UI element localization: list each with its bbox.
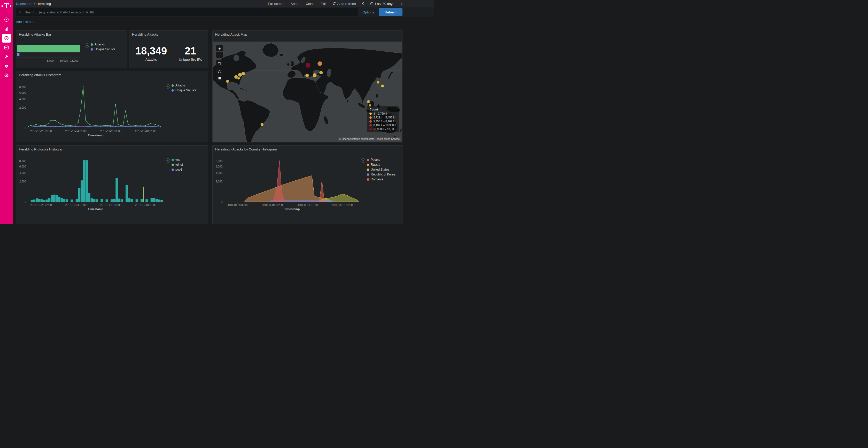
map-zoom-in-button[interactable]: + xyxy=(216,45,223,51)
legend-collapse-icon[interactable] xyxy=(165,84,170,89)
svg-text:2018-11-04 01:00: 2018-11-04 01:00 xyxy=(261,203,283,206)
sidebar-item-visualize[interactable] xyxy=(2,25,11,33)
hispaniola xyxy=(246,90,247,91)
panel-heralding-country-histogram: Heralding - Attacks by Country Histogram… xyxy=(212,145,402,224)
auto-refresh-button[interactable]: Auto-refresh xyxy=(333,2,356,6)
svg-text:6,000: 6,000 xyxy=(216,165,222,168)
legend-item[interactable]: Unique Src IPs xyxy=(91,47,115,51)
sidebar-item-monitoring[interactable] xyxy=(2,62,11,70)
nav-action-share[interactable]: Share xyxy=(291,2,300,6)
map-legend-color-dot xyxy=(369,120,372,123)
map-legend-row: 10,908.6 – 13,635 xyxy=(369,128,396,131)
svg-text:Timestamp: Timestamp xyxy=(88,207,103,211)
chart-legend: AttacksUnique Src IPs xyxy=(85,43,115,53)
legend-item[interactable]: Republic of Korea xyxy=(367,173,395,176)
time-next-button[interactable] xyxy=(400,2,402,5)
sidebar-item-timelion[interactable] xyxy=(2,43,11,52)
time-range-picker[interactable]: Last 30 days xyxy=(370,2,394,6)
metric-group: 18,349Attacks21Unique Src IPs xyxy=(129,45,208,61)
legend-item[interactable]: vnc xyxy=(172,158,183,162)
map-draw-rectangle-button[interactable] xyxy=(216,75,223,81)
protocols-histogram-chart[interactable]: 02,0004,0006,0008,0002018-10-28 02:00201… xyxy=(16,145,208,224)
svg-text:0: 0 xyxy=(25,127,26,130)
map-marker xyxy=(226,80,229,83)
svg-text:15,000: 15,000 xyxy=(70,59,79,62)
legend-color-dot xyxy=(367,178,369,181)
top-navbar: Dashboard / Heralding Full screenShareCl… xyxy=(13,0,434,7)
svg-text:2018-11-18 01:00: 2018-11-18 01:00 xyxy=(135,203,156,206)
map-fit-bounds-button[interactable] xyxy=(216,60,223,66)
svg-text:2018-11-04 01:00: 2018-11-04 01:00 xyxy=(65,203,86,206)
map-attribution: © OpenStreetMap contributors, Elastic Ma… xyxy=(338,137,401,141)
search-box: >_ xyxy=(16,8,358,16)
legend-item[interactable]: pop3 xyxy=(172,168,183,171)
svg-text:4,000: 4,000 xyxy=(20,98,26,101)
legend-color-dot xyxy=(172,89,174,92)
legend-collapse-icon[interactable] xyxy=(165,159,170,163)
query-options-link[interactable]: Options xyxy=(363,10,374,14)
legend-color-dot xyxy=(172,169,174,171)
svg-text:8,000: 8,000 xyxy=(216,160,222,163)
time-prev-button[interactable] xyxy=(362,2,364,5)
gauge-icon xyxy=(4,36,9,41)
map-zoom-out-button[interactable]: − xyxy=(216,51,223,58)
legend-color-dot xyxy=(91,43,93,46)
legend-item[interactable]: Russia xyxy=(367,163,395,167)
map-legend-row: 5,455.8 – 8,182.2 xyxy=(369,120,396,123)
svg-text:2018-10-28 02:00: 2018-10-28 02:00 xyxy=(226,203,248,206)
metric-value: 18,349 xyxy=(135,45,167,57)
legend-item[interactable]: Attacks xyxy=(91,43,115,46)
refresh-button[interactable]: Refresh xyxy=(379,8,402,16)
legend-item[interactable]: United States xyxy=(367,168,395,171)
nav-action-edit[interactable]: Edit xyxy=(320,2,326,6)
legend-color-dot xyxy=(172,84,174,87)
square-icon xyxy=(218,76,221,80)
map-legend-row: 8,182.2 – 10,908.6 xyxy=(369,124,396,127)
attacks-histogram-chart[interactable]: 02,0004,0006,0008,0002018-10-28 02:00201… xyxy=(16,71,208,142)
legend-item[interactable]: Attacks xyxy=(172,83,196,87)
breadcrumb-current: Heralding xyxy=(36,2,51,6)
ireland xyxy=(287,63,289,66)
legend-collapse-icon[interactable] xyxy=(361,159,365,163)
nav-action-clone[interactable]: Clone xyxy=(306,2,314,6)
panel-title: Heralding Attack Map xyxy=(213,31,402,36)
add-filter-link[interactable]: Add a filter+ xyxy=(16,20,34,24)
sidebar-item-discover[interactable] xyxy=(2,15,11,24)
telekom-logo[interactable]: T xyxy=(0,2,13,9)
sidebar-item-management[interactable] xyxy=(2,71,11,80)
compass-icon xyxy=(4,17,9,22)
legend-label: vnc xyxy=(176,158,180,162)
map-marker xyxy=(381,84,384,88)
legend-collapse-icon[interactable] xyxy=(85,43,89,47)
svg-text:2018-11-18 01:00: 2018-11-18 01:00 xyxy=(135,130,156,133)
svg-text:8,000: 8,000 xyxy=(20,160,26,163)
metric-label: Unique Src IPs xyxy=(179,58,202,61)
legend-item[interactable]: Romania xyxy=(367,177,395,181)
breadcrumb-dashboard-link[interactable]: Dashboard xyxy=(16,2,33,6)
svg-text:6,000: 6,000 xyxy=(20,165,26,168)
svg-text:0: 0 xyxy=(25,200,26,203)
breadcrumb: Dashboard / Heralding xyxy=(16,2,51,6)
legend-item[interactable]: Poland xyxy=(367,158,395,162)
chart-legend: PolandRussiaUnited StatesRepublic of Kor… xyxy=(361,158,395,182)
legend-label: Unique Src IPs xyxy=(176,89,196,92)
app-sidebar: T xyxy=(0,0,13,224)
country-histogram-chart[interactable]: 02,0004,0006,0008,0002018-10-28 02:00201… xyxy=(213,145,402,224)
legend-label: pop3 xyxy=(176,168,182,171)
legend-item[interactable]: Unique Src IPs xyxy=(172,89,196,92)
bar-chart-icon xyxy=(4,26,9,32)
sidebar-item-dev-tools[interactable] xyxy=(2,53,11,61)
legend-label: Unique Src IPs xyxy=(95,47,115,51)
map-draw-polygon-button[interactable] xyxy=(216,69,223,75)
svg-text:6,000: 6,000 xyxy=(20,91,26,94)
search-input[interactable] xyxy=(24,10,358,14)
svg-text:2018-11-18 01:00: 2018-11-18 01:00 xyxy=(332,203,352,206)
svg-text:2,000: 2,000 xyxy=(216,180,222,183)
nav-action-full-screen[interactable]: Full screen xyxy=(268,2,284,6)
map-marker xyxy=(319,71,323,74)
sidebar-item-dashboard[interactable] xyxy=(2,34,11,43)
map-marker xyxy=(305,63,311,68)
map-count-legend: Count 3 – 2,729.42,729.4 – 5,455.85,455.… xyxy=(367,106,399,132)
legend-item[interactable]: telnet xyxy=(172,163,183,167)
breadcrumb-separator: / xyxy=(34,2,35,6)
